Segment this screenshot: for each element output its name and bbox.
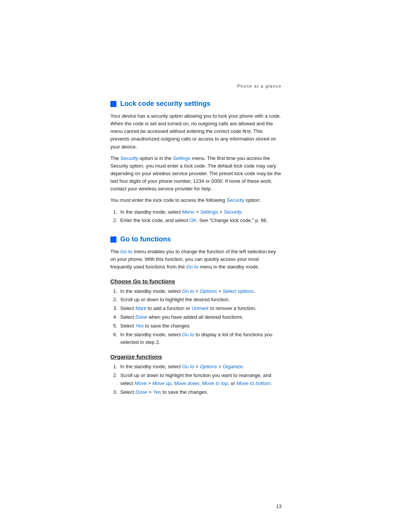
choose-go-to-heading: Choose Go to functions — [110, 278, 282, 284]
organize-functions-heading: Organize functions — [110, 353, 282, 360]
choose-step-1: In the standby mode, select Go to > Opti… — [119, 288, 282, 296]
content-area: Lock code security settings Your device … — [0, 96, 411, 430]
options-link-2[interactable]: Options — [200, 364, 217, 369]
lock-code-body2: The Security option is in the Settings m… — [110, 155, 282, 193]
security-link-3[interactable]: Security — [224, 209, 242, 215]
go-to-link-3[interactable]: Go to — [182, 288, 194, 294]
lock-code-step-2: Enter the lock code, and select OK. See … — [119, 217, 282, 225]
choose-step-2: Scroll up or down to highlight the desir… — [119, 296, 282, 304]
lock-code-step-1: In the standby mode, select Menu > Setti… — [119, 208, 282, 216]
choose-go-to-steps: In the standby mode, select Go to > Opti… — [119, 288, 282, 347]
move-to-bottom-link[interactable]: Move to bottom — [236, 380, 271, 386]
go-to-link-1[interactable]: Go to — [120, 249, 132, 254]
unmark-link[interactable]: Unmark — [191, 305, 209, 311]
organize-link[interactable]: Organize — [223, 364, 243, 369]
go-to-link-5[interactable]: Go to — [182, 364, 194, 369]
security-link-2[interactable]: Security — [226, 197, 244, 203]
lock-code-title: Lock code security settings — [120, 100, 210, 108]
menu-link[interactable]: Menu — [182, 209, 195, 215]
choose-step-3: Select Mark to add a function or Unmark … — [119, 305, 282, 313]
mark-link[interactable]: Mark — [135, 305, 147, 311]
go-to-section: Go to functions The Go to menu enables y… — [110, 235, 282, 396]
move-down-link[interactable]: Move down — [174, 380, 199, 386]
organize-step-1: In the standby mode, select Go to > Opti… — [119, 363, 282, 371]
page-header: Phone at a glance — [0, 0, 411, 96]
move-up-link[interactable]: Move up — [152, 380, 171, 386]
page-number: 13 — [276, 503, 282, 509]
yes-link-1[interactable]: Yes — [135, 323, 144, 329]
done-link-1[interactable]: Done — [135, 314, 147, 320]
settings-link-1[interactable]: Settings — [173, 155, 191, 161]
settings-link-2[interactable]: Settings — [200, 209, 218, 215]
move-to-top-link[interactable]: Move to top — [202, 380, 228, 386]
blue-box-icon-2 — [110, 236, 116, 243]
lock-code-steps: In the standby mode, select Menu > Setti… — [119, 208, 282, 225]
security-link-1[interactable]: Security — [120, 155, 138, 161]
blue-box-icon — [110, 101, 116, 107]
choose-step-5: Select Yes to save the changes. — [119, 322, 282, 330]
choose-step-6: In the standby mode, select Go to to dis… — [119, 331, 282, 347]
go-to-section-heading: Go to functions — [110, 235, 282, 243]
ok-link[interactable]: OK — [189, 217, 196, 223]
go-to-link-2[interactable]: Go to — [186, 264, 198, 270]
organize-steps: In the standby mode, select Go to > Opti… — [119, 363, 282, 396]
lock-code-body1: Your device has a security option allowi… — [110, 112, 282, 151]
organize-step-2: Scroll up or down to highlight the funct… — [119, 372, 282, 388]
go-to-link-4[interactable]: Go to — [182, 332, 194, 337]
go-to-title: Go to functions — [120, 235, 171, 243]
go-to-body1: The Go to menu enables you to change the… — [110, 248, 282, 271]
select-options-link[interactable]: Select options — [223, 288, 254, 294]
page-container: Phone at a glance Lock code security set… — [0, 0, 411, 532]
breadcrumb: Phone at a glance — [237, 84, 282, 88]
move-link[interactable]: Move — [135, 380, 147, 386]
done-link-2[interactable]: Done — [135, 389, 147, 395]
choose-step-4: Select Done when you have added all desi… — [119, 313, 282, 321]
lock-code-body3: You must enter the lock code to access t… — [110, 197, 282, 204]
organize-step-3: Select Done > Yes to save the changes. — [119, 388, 282, 396]
lock-code-section-heading: Lock code security settings — [110, 100, 282, 108]
yes-link-2[interactable]: Yes — [153, 389, 161, 395]
options-link-1[interactable]: Options — [200, 288, 217, 294]
